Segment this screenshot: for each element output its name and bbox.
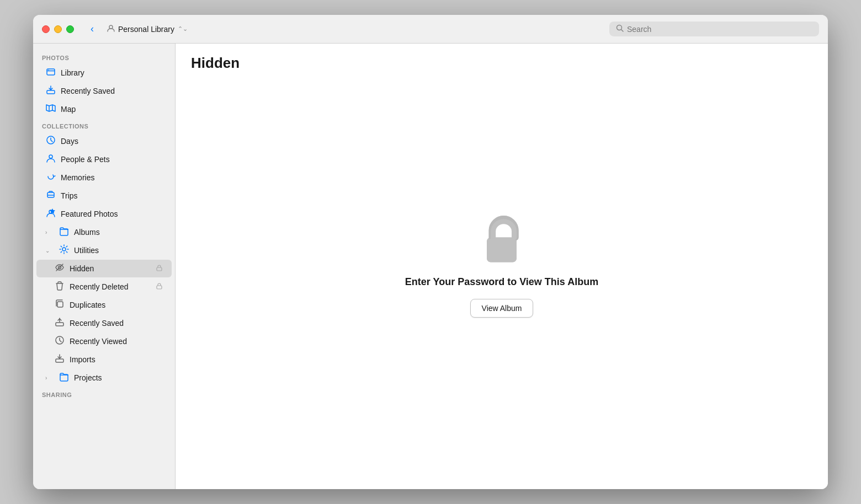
sidebar-section-sharing: Sharing [33,387,175,400]
map-icon [45,103,56,115]
sidebar-item-recently-saved[interactable]: Recently Saved [36,82,172,100]
svg-rect-5 [47,90,55,94]
albums-folder-icon [59,226,70,238]
svg-point-0 [109,25,113,29]
sidebar-item-recently-saved-sub[interactable]: Recently Saved [36,314,172,332]
duplicates-label: Duplicates [70,301,105,309]
search-icon [616,24,624,34]
clock-icon [45,135,56,147]
hidden-eye-icon [54,262,65,275]
days-label: Days [61,137,78,146]
lock-message: Enter Your Password to View This Album [405,276,598,288]
memories-icon [45,171,56,184]
svg-rect-26 [488,238,516,261]
recently-viewed-label: Recently Viewed [70,337,127,346]
svg-rect-21 [56,323,63,326]
trash-icon [54,281,65,293]
search-bar[interactable] [609,22,819,36]
close-button[interactable] [42,25,50,33]
library-label: Personal Library [118,25,174,34]
nav-controls: ‹ Personal Library ⌃⌄ [87,21,193,37]
library-label: Library [61,68,84,77]
projects-folder-icon [59,372,70,384]
sidebar-section-collections: Collections [33,119,175,132]
person-icon [107,24,115,34]
sidebar-item-projects[interactable]: › Projects [36,369,172,387]
sidebar-item-utilities[interactable]: ⌄ Utilities [36,242,172,259]
recently-deleted-lock-icon [156,282,163,291]
people-icon [45,153,56,165]
sidebar-item-recently-viewed[interactable]: Recently Viewed [36,333,172,350]
sidebar-item-trips[interactable]: Trips [36,187,172,205]
lock-container: Enter Your Password to View This Album V… [405,77,598,489]
back-arrow-icon: ‹ [91,23,94,35]
library-selector-button[interactable]: Personal Library ⌃⌄ [102,22,193,36]
imports-icon [54,353,65,366]
app-window: ‹ Personal Library ⌃⌄ [33,15,828,489]
sidebar-section-photos: Photos [33,50,175,63]
sidebar-item-hidden[interactable]: Hidden [36,260,172,277]
projects-expand-icon: › [45,375,53,381]
sidebar-item-recently-deleted[interactable]: Recently Deleted [36,278,172,296]
svg-rect-19 [157,286,162,289]
svg-rect-3 [47,69,55,75]
svg-point-4 [48,69,49,71]
back-button[interactable]: ‹ [87,21,97,37]
svg-line-2 [621,30,624,32]
recently-saved-sub-label: Recently Saved [70,319,124,328]
albums-label: Albums [74,228,100,237]
imports-label: Imports [70,355,95,364]
view-album-button[interactable]: View Album [470,299,534,318]
chevron-updown-icon: ⌃⌄ [178,25,188,33]
svg-point-11 [49,155,52,158]
svg-rect-20 [57,302,63,307]
recently-viewed-icon [54,335,65,347]
hidden-label: Hidden [70,264,94,273]
upload-icon [45,85,56,97]
sidebar-item-people-pets[interactable]: People & Pets [36,151,172,168]
svg-rect-18 [157,267,162,271]
sidebar-item-duplicates[interactable]: Duplicates [36,296,172,314]
utilities-label: Utilities [74,246,99,255]
utilities-icon [59,244,70,256]
sidebar: Photos Library [33,44,176,489]
content-header: Hidden [176,44,255,77]
trips-label: Trips [61,191,78,200]
recently-saved-sub-icon [54,317,65,329]
projects-label: Projects [74,373,102,382]
sidebar-item-library[interactable]: Library [36,64,172,82]
svg-marker-7 [46,105,55,111]
featured-photos-label: Featured Photos [61,210,118,218]
recently-saved-label: Recently Saved [61,87,115,95]
memories-label: Memories [61,173,94,182]
sidebar-item-memories[interactable]: Memories [36,169,172,186]
svg-point-15 [62,248,66,251]
map-label: Map [61,105,76,114]
lock-icon [477,216,527,265]
sidebar-item-albums[interactable]: › Albums [36,223,172,241]
people-pets-label: People & Pets [61,155,110,164]
titlebar: ‹ Personal Library ⌃⌄ [33,15,828,44]
main-area: Photos Library [33,44,828,489]
traffic-lights [42,25,74,33]
utilities-expand-icon: ⌄ [45,248,53,254]
sidebar-item-imports[interactable]: Imports [36,351,172,368]
sidebar-item-days[interactable]: Days [36,132,172,150]
maximize-button[interactable] [66,25,74,33]
page-title: Hidden [191,55,240,72]
sidebar-item-featured-photos[interactable]: Featured Photos [36,205,172,223]
duplicates-icon [54,299,65,311]
hidden-lock-icon [156,264,163,273]
sidebar-item-map[interactable]: Map [36,100,172,118]
albums-expand-icon: › [45,229,53,235]
content-area: Hidden Enter Your Password to View This … [176,44,828,489]
library-icon [45,67,56,79]
trips-icon [45,190,56,202]
featured-photos-icon [45,208,56,220]
minimize-button[interactable] [54,25,62,33]
recently-deleted-label: Recently Deleted [70,282,129,291]
svg-rect-23 [56,359,63,362]
search-input[interactable] [627,25,812,34]
